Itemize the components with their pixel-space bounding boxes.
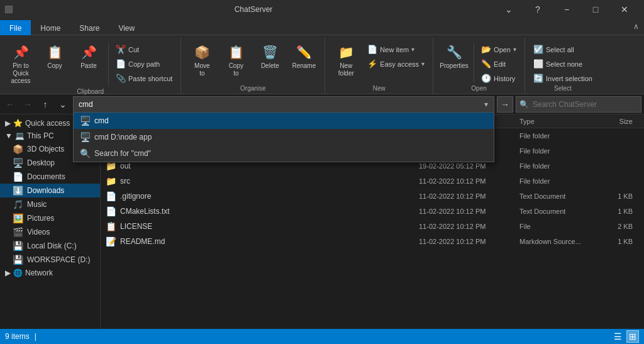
select-none-button[interactable]: ⬜ Select none [530,57,596,70]
ribbon-group-select: ☑️ Select all ⬜ Select none 🔄 Invert sel… [525,38,601,94]
open-button[interactable]: 📂 Open ▾ [478,43,519,56]
copy-path-button[interactable]: 📄 Copy path [113,57,175,70]
up-button[interactable]: ↑ [38,97,53,112]
sidebar-item-downloads[interactable]: ⬇️ Downloads [0,184,100,197]
sidebar-item-videos[interactable]: 🎬 Videos [0,225,100,239]
select-all-button[interactable]: ☑️ Select all [530,43,596,56]
scissors-icon: ✂️ [116,45,126,54]
ribbon-collapse-button[interactable]: ∧ [628,18,644,35]
properties-button[interactable]: 🔧 Properties [438,40,470,75]
paste-button[interactable]: 📌 Paste [73,40,104,75]
sidebar-item-pictures[interactable]: 🖼️ Pictures [0,211,100,225]
address-dropdown-button[interactable]: ▾ [478,96,494,113]
pin-to-quick-access-button[interactable]: 📌 Pin to Quickaccess [5,40,36,88]
select-none-icon: ⬜ [533,59,543,69]
paste-icon: 📌 [80,43,97,61]
cut-button[interactable]: ✂️ Cut [113,43,175,56]
table-row[interactable]: 📄 .gitignore 11-02-2022 10:12 PM Text Do… [101,189,644,204]
search-input[interactable] [516,96,641,113]
new-folder-icon: 📁 [337,43,355,61]
back-button[interactable]: ← [3,97,18,112]
file-date: 11-02-2022 10:12 PM [419,238,519,245]
tab-view[interactable]: View [109,20,144,35]
paste-shortcut-button[interactable]: 📎 Paste shortcut [113,72,175,85]
table-row[interactable]: 📝 README.md 11-02-2022 10:12 PM Markdown… [101,234,644,249]
window-controls-left [5,6,13,13]
file-size: 1 KB [601,208,639,215]
column-header-size[interactable]: Size [601,118,639,125]
local-disk-c-icon: 💾 [13,241,23,251]
autocomplete-item-cmd[interactable]: 🖥️ cmd [74,113,494,129]
minimize-button[interactable]: − [552,0,581,19]
tab-share[interactable]: Share [70,20,109,35]
forward-button[interactable]: → [20,97,35,112]
file-size: 1 KB [601,238,639,245]
copy-to-button[interactable]: 📋 Copyto [220,40,252,80]
title-bar-icon [5,6,13,13]
file-type: Text Document [519,192,601,200]
rename-button[interactable]: ✏️ Rename [288,40,319,75]
file-date: 11-02-2022 10:12 PM [419,223,519,230]
file-name: README.md [120,237,419,246]
address-input[interactable] [73,96,494,113]
history-button[interactable]: 🕐 History [478,72,519,85]
new-folder-button[interactable]: 📁 Newfolder [330,40,362,80]
delete-button[interactable]: 🗑️ Delete [254,40,286,75]
move-icon: 📦 [193,43,211,61]
sidebar-header-network[interactable]: ▶ 🌐 Network [0,267,100,279]
autocomplete-item-cmd-node[interactable]: 🖥️ cmd D:\node app [74,129,494,145]
edit-button[interactable]: ✏️ Edit [478,57,519,70]
network-icon: 🌐 [13,269,23,277]
file-type: File folder [519,177,601,185]
autocomplete-item-search-cmd[interactable]: 🔍 Search for "cmd" [74,145,494,162]
file-type: File [519,223,601,230]
large-icons-view-button[interactable]: ⊞ [626,330,639,343]
file-name: .gitignore [120,192,419,201]
table-row[interactable]: 📁 src 11-02-2022 10:12 PM File folder [101,174,644,189]
file-date: 11-02-2022 10:12 PM [419,192,519,200]
file-icon: 📄 [106,191,116,201]
expand-ribbon-button[interactable]: ⌄ [494,0,523,19]
copy-button[interactable]: 📋 Copy [39,40,70,75]
ribbon: 📌 Pin to Quickaccess 📋 Copy 📌 Paste ✂️ C… [0,35,644,94]
sidebar-item-music[interactable]: 🎵 Music [0,197,100,211]
file-date: 11-02-2022 10:12 PM [419,177,519,185]
file-name: out [120,162,419,170]
go-button[interactable]: → [497,96,513,113]
music-icon: 🎵 [13,199,23,209]
column-header-type[interactable]: Type [519,118,601,125]
table-row[interactable]: 📋 LICENSE 11-02-2022 10:12 PM File 2 KB [101,219,644,234]
file-name: src [120,177,419,186]
edit-icon: ✏️ [481,59,491,69]
file-name: CMakeLists.txt [120,207,419,216]
invert-selection-button[interactable]: 🔄 Invert selection [530,72,596,85]
status-view-controls: ☰ ⊞ [611,330,639,343]
easy-access-button[interactable]: ⚡ Easy access ▾ [364,57,428,70]
table-row[interactable]: 📄 CMakeLists.txt 11-02-2022 10:12 PM Tex… [101,204,644,219]
rename-icon: ✏️ [295,43,313,61]
move-to-button[interactable]: 📦 Moveto [186,40,218,80]
workspace-d-icon: 💾 [13,255,23,265]
recent-locations-button[interactable]: ⌄ [55,97,70,112]
maximize-button[interactable]: □ [581,0,610,19]
new-item-icon: 📄 [367,45,377,54]
help-button[interactable]: ? [523,0,552,19]
videos-icon: 🎬 [13,227,23,237]
tab-file[interactable]: File [0,20,31,35]
delete-icon: 🗑️ [261,43,279,61]
details-view-button[interactable]: ☰ [611,330,624,343]
ribbon-group-new: 📁 Newfolder 📄 New item ▾ ⚡ Easy access ▾… [325,38,433,94]
sidebar-item-workspace-d[interactable]: 💾 WORKSPACE (D:) [0,253,100,267]
sidebar-item-local-disk-c[interactable]: 💾 Local Disk (C:) [0,239,100,253]
file-type: File folder [519,162,601,170]
close-button[interactable]: ✕ [610,0,639,19]
new-item-button[interactable]: 📄 New item ▾ [364,43,428,56]
quick-access-icon: ⭐ [13,119,23,128]
sidebar-item-documents[interactable]: 📄 Documents [0,170,100,184]
autocomplete-dropdown: 🖥️ cmd 🖥️ cmd D:\node app 🔍 Search for "… [73,113,494,162]
file-type: Text Document [519,208,601,215]
window-controls-right: ⌄ ? − □ ✕ [494,0,639,19]
tab-home[interactable]: Home [31,20,70,35]
ribbon-group-clipboard: 📌 Pin to Quickaccess 📋 Copy 📌 Paste ✂️ C… [0,38,181,94]
history-icon: 🕐 [481,74,491,83]
